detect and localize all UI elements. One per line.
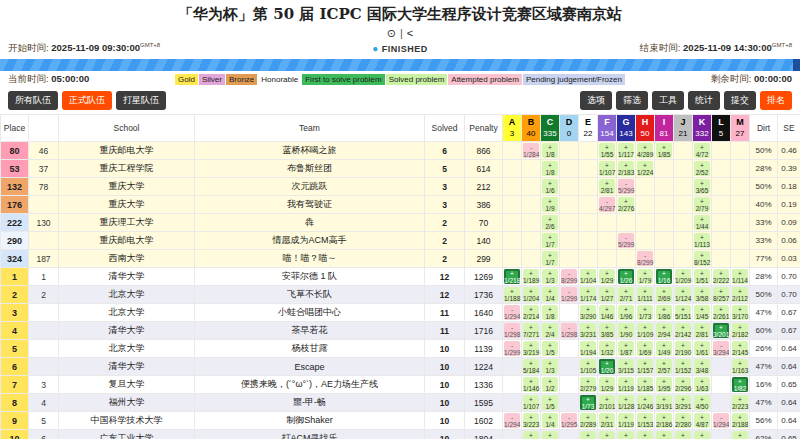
contest-progress-bar[interactable] xyxy=(0,59,800,71)
result-sign: + xyxy=(656,342,672,349)
result-tries-time: 1/90 xyxy=(618,331,634,338)
result-sign: + xyxy=(694,396,710,403)
result-sign: + xyxy=(542,216,558,223)
result-sign: + xyxy=(732,342,748,349)
problem-result-J xyxy=(674,160,693,178)
result-sign: + xyxy=(504,288,520,295)
tool-button[interactable]: 筛选 xyxy=(616,91,648,110)
problem-result-I: +1/46 xyxy=(655,430,674,439)
problem-result-B: +1/189 xyxy=(522,268,541,286)
result-tries-time: 1/86 xyxy=(656,313,672,320)
place-cell: 10 xyxy=(1,430,29,439)
problem-result-box: +2/31 xyxy=(599,413,615,428)
team-name-cell[interactable]: 布鲁斯丝团 xyxy=(195,160,425,178)
team-name-cell[interactable]: 制御Shaker xyxy=(195,412,425,430)
result-tries-time: 1/26 xyxy=(618,277,634,284)
share-icon[interactable]: < xyxy=(407,27,413,39)
result-sign: + xyxy=(656,324,672,331)
table-row[interactable]: 73复旦大学便携来晚，(´°ω°`)，AE力场生产线101336+1/146+1… xyxy=(1,376,800,394)
result-tries-time: 2/214 xyxy=(523,313,539,320)
team-name-cell[interactable]: 次元跳跃 xyxy=(195,178,425,196)
team-name-cell[interactable]: 噩-甲-畅 xyxy=(195,394,425,412)
result-tries-time: 3/58 xyxy=(694,295,710,302)
result-tries-time: 3/170 xyxy=(732,313,748,320)
team-name-cell[interactable]: 杨枝甘露 xyxy=(195,340,425,358)
place-cell: 1 xyxy=(1,268,29,286)
table-row[interactable]: 11清华大学安菲尔德 1 队121269+1/218+1/189+1/3-8/2… xyxy=(1,268,800,286)
team-name-cell[interactable]: 蓝桥杯喝之旅 xyxy=(195,142,425,160)
team-name-cell[interactable]: 安菲尔德 1 队 xyxy=(195,268,425,286)
team-name-cell[interactable]: 我有驾驶证 xyxy=(195,196,425,214)
penalty-cell: 866 xyxy=(465,142,503,160)
school-cell: 西南大学 xyxy=(59,250,195,268)
tool-button[interactable]: 工具 xyxy=(652,91,684,110)
problem-result-box: +2/113 xyxy=(694,431,710,439)
result-sign: + xyxy=(637,324,653,331)
table-row[interactable]: 324187西南大学喵！喵？喵～2299+1/7-8/299+8/15277%0… xyxy=(1,250,800,268)
team-name-cell[interactable]: 茶早若花 xyxy=(195,322,425,340)
table-row[interactable]: 222130重庆理工大学犇270+2/6+1/4433%0.09 xyxy=(1,214,800,232)
org-rank-cell xyxy=(29,304,59,322)
problem-result-D xyxy=(560,178,579,196)
header-icons: ⊙|< xyxy=(0,27,800,40)
problem-result-box: +2/57 xyxy=(656,359,672,374)
result-sign: + xyxy=(599,162,615,169)
team-name-cell[interactable]: 犇 xyxy=(195,214,425,232)
team-name-cell[interactable]: 小蛙合唱团中心 xyxy=(195,304,425,322)
problem-result-B xyxy=(522,178,541,196)
team-name-cell[interactable]: 情愿成为ACM高手 xyxy=(195,232,425,250)
problem-solve-count: 335 xyxy=(541,128,559,139)
table-row[interactable]: 95中国科学技术大学制御Shaker101602-1/294+3/223+1/4… xyxy=(1,412,800,430)
table-row[interactable]: 6清华大学Escape101224+5/184+1/3+1/105+1/20+3… xyxy=(1,358,800,376)
problem-result-F xyxy=(598,214,617,232)
table-row[interactable]: 3北京大学小蛙合唱团中心111640-1/294+2/214+1/8+3/290… xyxy=(1,304,800,322)
result-tries-time: 2/79 xyxy=(694,205,710,212)
clock-icon[interactable]: ⊙ xyxy=(387,27,396,39)
table-row[interactable]: 5337重庆工程学院布鲁斯丝团5614+1/8+1/107+2/183+1/22… xyxy=(1,160,800,178)
problem-letter: M xyxy=(731,117,749,128)
problem-result-L xyxy=(712,376,731,394)
team-name-cell[interactable]: 便携来晚，(´°ω°`)，AE力场生产线 xyxy=(195,376,425,394)
problem-result-box: +2/142 xyxy=(675,323,691,338)
problem-result-box: +2/79 xyxy=(694,197,710,212)
tool-button[interactable]: 选项 xyxy=(580,91,612,110)
table-row[interactable]: 13278重庆大学次元跳跃3212+1/6+2/81-5/299+3/6550%… xyxy=(1,178,800,196)
result-tries-time: 1/246 xyxy=(637,403,653,410)
result-sign: + xyxy=(580,288,596,295)
problem-result-C: +1/6 xyxy=(541,178,560,196)
result-tries-time: 8/152 xyxy=(694,259,710,266)
table-row[interactable]: 4清华大学茶早若花111716-1/298+7/271+2/4-1/298+3/… xyxy=(1,322,800,340)
se-cell: 0.65 xyxy=(778,376,800,394)
table-row[interactable]: 22北京大学飞草不长队121736+1/188+1/204+1/4-1/299+… xyxy=(1,286,800,304)
table-row[interactable]: 5北京大学杨枝甘露101139-1/299+3/219+1/5+1/194+1/… xyxy=(1,340,800,358)
table-row[interactable]: 290重庆邮电大学情愿成为ACM高手2140+1/7-5/299+1/11333… xyxy=(1,232,800,250)
org-rank-cell: 3 xyxy=(29,376,59,394)
result-sign: + xyxy=(542,162,558,169)
tool-button[interactable]: 提交 xyxy=(724,91,756,110)
problem-result-M: +2/223 xyxy=(731,394,750,412)
problem-result-I: +1/95 xyxy=(655,376,674,394)
team-name-cell[interactable]: 喵！喵？喵～ xyxy=(195,250,425,268)
tool-button[interactable]: 排名 xyxy=(760,91,792,110)
table-row[interactable]: 106广东工业大学打ACM寻找乐101804+2/286+1/9+2/247+2… xyxy=(1,430,800,439)
problem-result-box: +2/276 xyxy=(618,197,634,212)
problem-result-box: +1/82 xyxy=(732,377,748,392)
filter-button[interactable]: 打星队伍 xyxy=(116,91,166,110)
table-row[interactable]: 176重庆大学我有驾驶证3386+1/9-4/297+2/276+2/7940%… xyxy=(1,196,800,214)
problem-balloon: A3 xyxy=(503,115,521,141)
filter-button[interactable]: 正式队伍 xyxy=(62,91,112,110)
team-name-cell[interactable]: 飞草不长队 xyxy=(195,286,425,304)
team-name-cell[interactable]: Escape xyxy=(195,358,425,376)
problem-result-M xyxy=(731,196,750,214)
problem-result-box: +2/127 xyxy=(675,431,691,439)
table-row[interactable]: 8046重庆邮电大学蓝桥杯喝之旅6866-1/284+1/8+1/55+1/11… xyxy=(1,142,800,160)
result-sign: + xyxy=(618,432,634,439)
table-row[interactable]: 84福州大学噩-甲-畅101595+1/107+1/5+1/73+2/101+1… xyxy=(1,394,800,412)
result-sign: + xyxy=(542,180,558,187)
tool-button[interactable]: 统计 xyxy=(688,91,720,110)
result-tries-time: 2/145 xyxy=(732,349,748,356)
problem-result-L: +3/201 xyxy=(712,322,731,340)
result-tries-time: 5/151 xyxy=(675,313,691,320)
team-name-cell[interactable]: 打ACM寻找乐 xyxy=(195,430,425,439)
filter-button[interactable]: 所有队伍 xyxy=(8,91,58,110)
